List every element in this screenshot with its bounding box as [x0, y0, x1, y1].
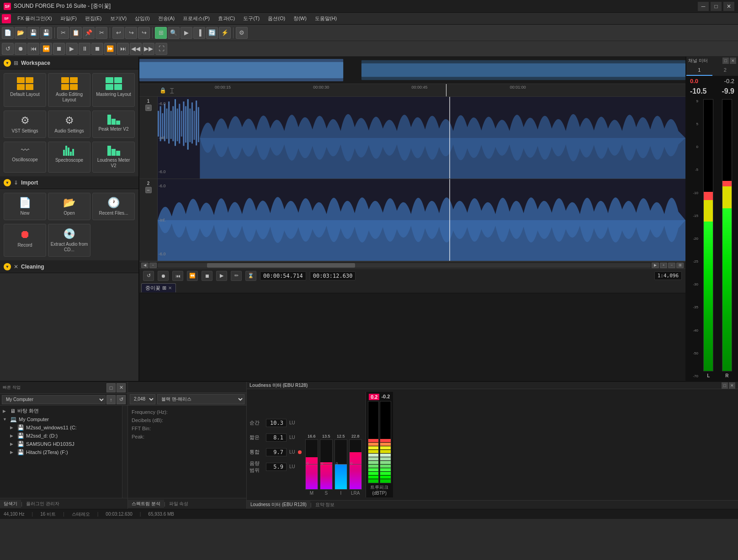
meter-minimize-btn[interactable]: □: [722, 58, 729, 64]
location-select[interactable]: My Computer: [2, 395, 106, 404]
prev-frame-btn[interactable]: ◀◀: [130, 43, 142, 55]
fullscreen-btn[interactable]: ⛶: [155, 43, 167, 55]
open-btn[interactable]: 📂: [15, 27, 27, 39]
scroll-end-btn[interactable]: −: [668, 263, 675, 268]
menu-process[interactable]: 프로세스(P): [179, 14, 213, 23]
default-layout-item[interactable]: Default Layout: [4, 73, 46, 107]
scroll-home-btn[interactable]: ⊞: [676, 263, 684, 268]
next-frame-btn[interactable]: ▶▶: [143, 43, 154, 55]
prev-t-btn[interactable]: ⏪: [187, 271, 198, 281]
tree-item-desktop[interactable]: ▶ 🖥 바탕 화면: [1, 407, 121, 415]
loop-transport-btn[interactable]: ↺: [2, 43, 14, 55]
file-tab-1[interactable]: 중이꽃 ⊞ ✕: [141, 283, 176, 292]
paste-btn[interactable]: 📌: [83, 27, 95, 39]
loudness-tab-1[interactable]: Loudness 미터 (EBU R128): [247, 501, 310, 509]
menu-help[interactable]: 도움말(H): [311, 14, 340, 23]
extract-cd-item[interactable]: 💿 Extract Audio from CD...: [48, 224, 90, 257]
marker-btn[interactable]: ▶: [181, 27, 192, 39]
menu-window[interactable]: 창(W): [290, 14, 310, 23]
draw-btn[interactable]: ✏: [231, 271, 242, 281]
settings-btn[interactable]: ⚙: [236, 27, 248, 39]
scroll-left-btn[interactable]: ◀: [141, 263, 149, 268]
goto-start-btn[interactable]: ⏮: [172, 271, 183, 281]
save-btn[interactable]: 💾: [40, 27, 52, 39]
cut-btn[interactable]: ✂: [57, 27, 69, 39]
menu-fx[interactable]: FX 플러그인(X): [14, 14, 56, 23]
tree-item-mycomputer[interactable]: ▼ 💻 My Computer: [1, 415, 121, 423]
loop-btn-t[interactable]: ↺: [143, 271, 154, 281]
window-type-select[interactable]: 블랙 맨-해리스: [157, 394, 244, 404]
recent-files-item[interactable]: 🕐 Recent Files...: [92, 193, 135, 220]
menu-effects[interactable]: 효과(C): [214, 14, 239, 23]
peak-meter-item[interactable]: Peak Meter V2: [92, 111, 135, 138]
redo-btn[interactable]: ↪: [125, 27, 137, 39]
zoom-out-btn[interactable]: −: [149, 263, 157, 268]
cleaning-collapse[interactable]: ▼: [4, 263, 11, 270]
region-btn[interactable]: ▐: [193, 27, 205, 39]
fft-size-select[interactable]: 2,048: [130, 394, 155, 404]
browser-tab-2[interactable]: 플러그인 관리자: [22, 500, 63, 508]
forward-end-btn[interactable]: ⏭: [117, 43, 129, 55]
tree-item-c[interactable]: ▶ 💾 M2ssd_windows11 (C:: [1, 423, 121, 432]
track-1-waveform-area[interactable]: -6.0 -Inf. -6.0: [158, 97, 685, 179]
meter-tab-1[interactable]: 1: [686, 65, 712, 76]
maximize-button[interactable]: □: [711, 2, 722, 11]
track-2-minus-btn[interactable]: −: [145, 187, 152, 193]
new-btn[interactable]: 📄: [2, 27, 14, 39]
loop-btn[interactable]: 🔄: [206, 27, 218, 39]
import-collapse[interactable]: ▼: [4, 179, 11, 186]
multitrack-btn[interactable]: ⊞: [155, 27, 167, 39]
record-item[interactable]: ⏺ Record: [4, 224, 46, 257]
scroll-right-btn[interactable]: ▶: [652, 263, 659, 268]
menu-file[interactable]: 파일(F): [57, 14, 80, 23]
scroll-track-h[interactable]: [158, 263, 651, 268]
loudness-meter-item[interactable]: Loudness Meter V2: [92, 142, 135, 173]
stop2-btn[interactable]: ⏹: [91, 43, 103, 55]
trim-btn[interactable]: ✂: [96, 27, 107, 39]
audio-editing-layout-item[interactable]: Audio Editing Layout: [48, 73, 90, 107]
nav-refresh-btn[interactable]: ↺: [117, 395, 126, 404]
scroll-thumb-h[interactable]: [207, 263, 355, 268]
tree-scrollbar[interactable]: [122, 406, 127, 498]
zoom-in-btn[interactable]: +: [660, 263, 667, 268]
undo-btn[interactable]: ↩: [112, 27, 124, 39]
close-button[interactable]: ✕: [723, 2, 734, 11]
overview-bar[interactable]: [139, 57, 685, 84]
snap-btn[interactable]: ⌛: [245, 271, 256, 281]
spectrum-tab-2[interactable]: 파일 속성: [165, 500, 192, 508]
vst-settings-item[interactable]: ⚙ VST Settings: [4, 111, 46, 138]
oscilloscope-item[interactable]: 〰 Oscilloscope: [4, 142, 46, 173]
loudness-close-btn[interactable]: ✕: [729, 382, 735, 389]
mastering-layout-item[interactable]: Mastering Layout: [92, 73, 135, 107]
meter-close-btn[interactable]: ✕: [730, 58, 736, 64]
play-btn[interactable]: ▶: [66, 43, 78, 55]
tab-close-btn[interactable]: ✕: [168, 285, 172, 291]
workspace-collapse[interactable]: ▼: [4, 59, 11, 67]
spectrum-tab-1[interactable]: 스펙트럼 분석: [128, 500, 164, 508]
menu-view[interactable]: 보기(V): [106, 14, 131, 23]
play-t-btn[interactable]: ▶: [216, 271, 227, 281]
nav-up-btn[interactable]: ↑: [106, 395, 116, 404]
next-marker-btn[interactable]: ⏩: [104, 43, 116, 55]
stop-btn[interactable]: ⏹: [53, 43, 65, 55]
browser-btn-1[interactable]: □: [106, 383, 116, 392]
track-2-waveform-area[interactable]: -6.0 -Inf. -6.0: [158, 179, 685, 261]
loudness-minimize-btn[interactable]: □: [722, 382, 728, 389]
file-tree[interactable]: ▶ 🖥 바탕 화면 ▼ 💻 My Computer ▶ 💾 M2ssd_wind…: [0, 406, 122, 498]
normalize-btn[interactable]: ⚡: [219, 27, 231, 39]
rewind-start-btn[interactable]: ⏮: [27, 43, 39, 55]
menu-insert[interactable]: 삽입(I): [131, 14, 153, 23]
copy-btn[interactable]: 📋: [70, 27, 82, 39]
redo2-btn[interactable]: ↪: [138, 27, 150, 39]
prev-marker-btn[interactable]: ⏪: [40, 43, 52, 55]
stop-t-btn[interactable]: ⏹: [202, 271, 212, 281]
summary-tab-1[interactable]: 요약 정보: [312, 501, 339, 509]
pause-btn[interactable]: ⏸: [79, 43, 90, 55]
record-mode-btn[interactable]: ⏺: [15, 43, 27, 55]
menu-edit[interactable]: 편집(E): [81, 14, 106, 23]
new-file-item[interactable]: 📄 New: [4, 193, 46, 220]
meter-tab-2[interactable]: 2: [712, 65, 738, 76]
spectroscope-item[interactable]: Spectroscope: [48, 142, 90, 173]
track-1-minus-btn[interactable]: −: [145, 105, 152, 111]
minimize-button[interactable]: ─: [698, 2, 709, 11]
